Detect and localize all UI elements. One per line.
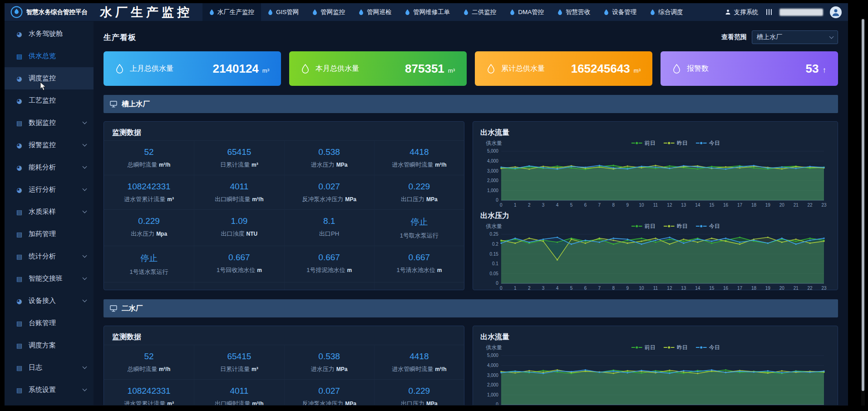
sidebar-item[interactable]: ▤系统设置 xyxy=(5,379,94,401)
metric-value: 运行 xyxy=(376,289,462,290)
metric-unit: Mpa xyxy=(156,231,167,237)
avatar[interactable] xyxy=(830,6,842,18)
page-scrollbar[interactable] xyxy=(861,18,865,406)
metrics-grid: 52总瞬时流量m³/h65415日累计流量m³0.538进水压力MPa4418进… xyxy=(104,345,464,405)
sidebar-item[interactable]: ◕能耗分析 xyxy=(5,156,94,178)
svg-text:16: 16 xyxy=(723,286,729,290)
monitor-icon xyxy=(110,305,117,312)
metric-value: 0.667 xyxy=(376,253,462,262)
svg-text:8: 8 xyxy=(612,286,615,290)
chart-header: 供水量前日昨日今日 xyxy=(480,343,830,352)
scrollbar-thumb[interactable] xyxy=(862,19,864,391)
sidebar-item[interactable]: ▤数据监控 xyxy=(5,112,94,134)
legend-label: 昨日 xyxy=(677,223,688,230)
metric-cell: 运行 xyxy=(194,282,284,290)
svg-text:2,000: 2,000 xyxy=(487,178,498,183)
sidebar-item[interactable]: ▤加药管理 xyxy=(5,223,94,245)
plant-sections: 槽上水厂监测数据52总瞬时流量m³/h65415日累计流量m³0.538进水压力… xyxy=(104,95,838,405)
svg-text:0: 0 xyxy=(496,402,498,405)
main-header: 生产看板 查看范围 槽上水厂 xyxy=(104,28,838,47)
stat-card-label: 累计总供水量 xyxy=(501,64,545,74)
metric-unit: m³ xyxy=(167,401,174,405)
sidebar-item[interactable]: ▤台账管理 xyxy=(5,312,94,334)
metric-cell: 0.667 xyxy=(104,282,194,290)
svg-text:12: 12 xyxy=(667,203,672,208)
support-person-icon xyxy=(725,9,731,15)
sidebar-item[interactable]: ◕运行分析 xyxy=(5,178,94,201)
sidebar-item[interactable]: ▤供水总览 xyxy=(5,45,94,67)
sidebar-item-label: 供水总览 xyxy=(29,52,56,60)
document-icon: ▤ xyxy=(15,320,23,327)
svg-text:3,000: 3,000 xyxy=(487,373,498,378)
svg-text:21: 21 xyxy=(794,203,799,208)
topbar-nav-item[interactable]: 综合调度 xyxy=(643,3,690,21)
sidebar-item[interactable]: ◕报警监控 xyxy=(5,134,94,156)
sidebar-item[interactable]: ◕工艺监控 xyxy=(5,89,94,112)
topbar-nav-item[interactable]: 二供监控 xyxy=(457,3,503,21)
sidebar-item[interactable]: ▤统计分析 xyxy=(5,245,94,267)
legend-item: 今日 xyxy=(696,223,720,230)
stat-card-unit: m³ xyxy=(634,67,641,74)
svg-text:7: 7 xyxy=(598,203,601,208)
svg-text:5,000: 5,000 xyxy=(487,353,498,358)
metric-label: 1号清水池水位m xyxy=(376,266,462,274)
legend-item: 前日 xyxy=(631,344,656,352)
metric-cell: 0.229出口压力MPa xyxy=(374,175,464,209)
sidebar-item[interactable]: ▤日志 xyxy=(5,357,94,379)
metrics-panel: 监测数据52总瞬时流量m³/h65415日累计流量m³0.538进水压力MPa4… xyxy=(104,326,464,405)
sidebar-item-label: 工艺监控 xyxy=(29,96,56,105)
metric-value: 0.027 xyxy=(286,386,372,396)
metric-label: 出水压力Mpa xyxy=(106,230,192,238)
menu-bars-icon[interactable] xyxy=(765,9,773,15)
pie-chart-icon: ◕ xyxy=(15,142,23,149)
svg-text:22: 22 xyxy=(808,286,813,290)
metric-cell: 运行 xyxy=(284,282,374,290)
chevron-down-icon xyxy=(83,142,87,147)
svg-text:2,000: 2,000 xyxy=(487,382,498,387)
metric-value: 52 xyxy=(106,352,192,361)
metric-value: 0.027 xyxy=(286,182,372,192)
topbar-nav-item[interactable]: DMA管控 xyxy=(503,3,551,21)
app-window: 智慧水务综合管控平台 水厂生产监控 水厂生产监控GIS管网管网监控管网巡检管网维… xyxy=(5,3,848,406)
metric-value: 1.09 xyxy=(196,216,282,226)
topbar-nav-item[interactable]: 管网监控 xyxy=(306,3,352,21)
legend-item: 前日 xyxy=(631,223,656,230)
sidebar-item-label: 调度监控 xyxy=(29,74,56,83)
sidebar-item[interactable]: ▤智能交接班 xyxy=(5,267,94,290)
svg-text:20: 20 xyxy=(779,286,785,290)
sidebar-item[interactable]: ◕设备接入 xyxy=(5,290,94,312)
topbar-nav-item[interactable]: 设备管理 xyxy=(597,3,643,21)
topbar-nav-item[interactable]: 管网巡检 xyxy=(352,3,398,21)
scope-filter: 查看范围 槽上水厂 xyxy=(721,30,838,44)
water-drop-icon xyxy=(510,9,515,15)
water-drop-icon xyxy=(301,64,310,74)
document-icon: ▤ xyxy=(15,364,23,371)
sidebar-item[interactable]: ◕水务驾驶舱 xyxy=(5,23,94,45)
stat-card-value-group: 875351m³ xyxy=(405,62,455,76)
metric-cell: 108242331进水管累计流量m³ xyxy=(104,379,194,405)
main-content: 生产看板 查看范围 槽上水厂 上月总供水量2140124m³本月总供水量8753… xyxy=(94,21,848,405)
metric-cell: 0.6671号排泥池水位m xyxy=(284,246,374,282)
topbar-nav-item[interactable]: 管网维修工单 xyxy=(398,3,457,21)
chevron-down-icon xyxy=(83,120,87,124)
sidebar-item[interactable]: ▤水质采样 xyxy=(5,201,94,223)
sidebar-item[interactable]: ◕调度监控 xyxy=(5,67,94,89)
topbar-nav-item[interactable]: GIS管网 xyxy=(261,3,306,21)
plant-section-title: 二水厂 xyxy=(122,304,143,313)
svg-text:0.05: 0.05 xyxy=(490,271,499,276)
svg-text:1: 1 xyxy=(514,203,517,208)
sidebar-item[interactable]: ▤调度方案 xyxy=(5,334,94,357)
metrics-grid: 52总瞬时流量m³/h65415日累计流量m³0.538进水压力MPa4418进… xyxy=(104,140,464,290)
svg-text:0.2: 0.2 xyxy=(492,242,498,247)
svg-text:4: 4 xyxy=(556,286,559,290)
topbar-nav-item[interactable]: 水厂生产监控 xyxy=(202,3,261,21)
metric-unit: m³/h xyxy=(252,196,263,203)
nav-support-system[interactable]: 支撑系统 xyxy=(725,8,759,16)
metric-label: 进水管瞬时流量m³/h xyxy=(376,365,462,373)
plant-select[interactable]: 槽上水厂 xyxy=(752,30,838,44)
topbar-nav-item[interactable]: 智慧营收 xyxy=(551,3,597,21)
pie-chart-icon: ◕ xyxy=(15,75,23,82)
metric-value: 0.538 xyxy=(286,352,372,361)
metric-value: 65415 xyxy=(196,147,282,157)
page-title: 水厂生产监控 xyxy=(100,4,192,20)
